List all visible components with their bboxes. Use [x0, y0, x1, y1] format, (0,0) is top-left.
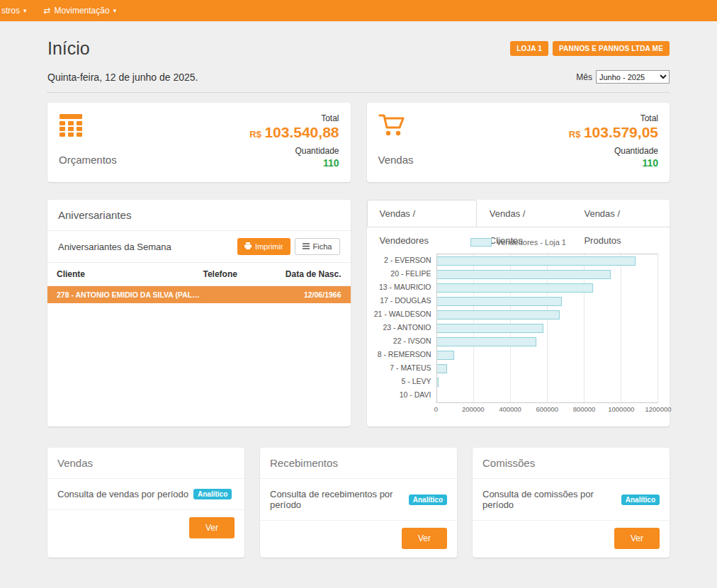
card-label: Vendas — [378, 154, 414, 171]
nav-item-cadastros[interactable]: stros ▾ — [0, 0, 35, 21]
analitico-badge: Analítico — [621, 494, 660, 505]
nav-item-label: Movimentação — [55, 6, 110, 16]
chart-category-label: 20 - FELIPE — [371, 267, 436, 281]
x-tick-label: 1000000 — [608, 405, 634, 413]
birthdays-title: Aniversariantes — [47, 200, 351, 231]
chevron-down-icon: ▾ — [113, 7, 117, 14]
current-date: Quinta-feira, 12 de junho de 2025. — [47, 72, 198, 83]
month-label: Mês — [576, 72, 592, 82]
report-title: Recebimentos — [260, 448, 457, 479]
chart-bar — [437, 324, 544, 333]
birthday-rows: 278 - ANTONIO EMIDIO DA SILVA (PALE...12… — [47, 286, 351, 303]
column-cliente: Cliente — [57, 269, 203, 279]
ver-button[interactable]: Ver — [189, 517, 235, 538]
main-content: Início LOJA 1 PANNOS E PANNOS LTDA ME Qu… — [0, 38, 717, 588]
total-value: R$ 103.540,88 — [249, 124, 339, 141]
transfer-icon: ⇄ — [44, 6, 51, 16]
chart-category-label: 10 - DAVI — [371, 388, 436, 402]
x-tick-label: 800000 — [573, 405, 596, 413]
legend-label: Vendedores - Loja 1 — [497, 238, 566, 247]
bar-chart: 2 - EVERSON20 - FELIPE13 - MAURICIO17 - … — [367, 254, 670, 420]
chart-category-label: 2 - EVERSON — [371, 254, 436, 267]
tab-vendas-clientes[interactable]: Vendas / Clientes — [477, 200, 572, 227]
chart-bar-row — [437, 295, 658, 308]
month-select[interactable]: Junho - 2025 — [596, 70, 670, 84]
report-text: Consulta de recebimentos por período — [270, 489, 404, 510]
total-label: Total — [249, 113, 339, 123]
chart-bar — [437, 310, 560, 320]
nav-item-movimentacao[interactable]: ⇄ Movimentação ▾ — [35, 0, 125, 21]
total-value: R$ 103.579,05 — [569, 124, 658, 141]
summary-card-orcamentos: Orçamentos Total R$ 103.540,88 Quantidad… — [47, 103, 351, 182]
report-text: Consulta de vendas por período — [57, 489, 188, 499]
x-tick-label: 200000 — [462, 405, 485, 413]
x-tick-label: 1200000 — [645, 405, 672, 413]
chart-bar — [437, 283, 594, 293]
calculator-icon — [59, 113, 117, 140]
tab-vendas-vendedores[interactable]: Vendas / Vendedores — [367, 200, 477, 227]
chart-bar — [437, 270, 611, 279]
chart-bar — [437, 351, 455, 360]
column-data-nasc: Data de Nasc. — [264, 269, 341, 279]
chart-bar-row — [437, 254, 658, 268]
navbar: stros ▾ ⇄ Movimentação ▾ — [0, 0, 717, 21]
birthday-row[interactable]: 278 - ANTONIO EMIDIO DA SILVA (PALE...12… — [47, 286, 351, 303]
chart-category-label: 13 - MAURICIO — [371, 281, 436, 294]
chart-bar-row — [437, 349, 658, 362]
chart-bar — [437, 378, 439, 387]
chart-bar-row — [437, 335, 658, 349]
store-badge[interactable]: LOJA 1 — [510, 41, 548, 56]
ver-button[interactable]: Ver — [402, 528, 447, 549]
chart-bar — [437, 297, 563, 306]
quantity-label: Quantidade — [249, 146, 339, 156]
column-telefone: Telefone — [203, 269, 264, 279]
ficha-button[interactable]: Ficha — [295, 238, 340, 255]
chart-category-label: 21 - WALDESON — [371, 307, 436, 321]
chart-bar-row — [437, 362, 658, 375]
chevron-down-icon: ▾ — [23, 7, 27, 14]
x-tick-label: 400000 — [499, 405, 521, 413]
report-title: Comissões — [473, 448, 670, 479]
ver-button[interactable]: Ver — [614, 528, 660, 549]
quantity-label: Quantidade — [569, 146, 658, 156]
printer-icon — [244, 242, 252, 251]
total-label: Total — [569, 113, 658, 123]
report-card-comissoes: Comissões Consulta de comissões por perí… — [473, 448, 670, 558]
report-card-recebimentos: Recebimentos Consulta de recebimentos po… — [260, 448, 457, 558]
chart-category-label: 23 - ANTONIO — [371, 321, 436, 334]
company-badge[interactable]: PANNOS E PANNOS LTDA ME — [553, 41, 670, 56]
summary-card-vendas: Vendas Total R$ 103.579,05 Quantidade 11… — [367, 103, 670, 182]
legend-swatch-icon — [470, 238, 492, 247]
nav-item-label: stros — [1, 6, 20, 16]
chart-bar-row — [437, 322, 658, 335]
birthdays-card: Aniversariantes Aniversariantes da Seman… — [47, 200, 351, 426]
page: stros ▾ ⇄ Movimentação ▾ Início LOJA 1 P… — [0, 0, 717, 588]
chart-bar-row — [437, 281, 658, 295]
list-icon — [303, 242, 310, 251]
report-title: Vendas — [47, 448, 244, 479]
chart-bar-row — [437, 389, 658, 402]
chart-bar — [437, 364, 447, 373]
birthday-cell-data: 12/06/1966 — [264, 290, 341, 299]
quantity-value: 110 — [569, 157, 658, 169]
quantity-value: 110 — [249, 157, 339, 169]
analitico-badge: Analítico — [409, 494, 447, 505]
chart-category-label: 7 - MATEUS — [371, 361, 436, 375]
chart-bar-row — [437, 308, 658, 322]
chart-bar — [437, 337, 536, 346]
sales-chart-card: Vendas / VendedoresVendas / ClientesVend… — [367, 200, 670, 426]
birthday-table-header: Cliente Telefone Data de Nasc. — [47, 263, 351, 286]
chart-category-label: 22 - IVSON — [371, 334, 436, 348]
chart-category-label: 5 - LEVY — [371, 375, 436, 388]
chart-plot — [436, 254, 659, 403]
cart-icon — [378, 113, 414, 140]
analitico-badge: Analítico — [193, 489, 232, 499]
tab-vendas-produtos[interactable]: Vendas / Produtos — [571, 200, 670, 227]
card-label: Orçamentos — [59, 154, 117, 171]
birthdays-subtitle: Aniversariantes da Semana — [58, 242, 171, 252]
chart-category-label: 8 - REMERSON — [371, 348, 436, 361]
gridline — [657, 254, 658, 402]
x-tick-label: 600000 — [536, 405, 558, 413]
print-button[interactable]: Imprimir — [237, 238, 290, 255]
report-text: Consulta de comissões por período — [482, 489, 616, 510]
